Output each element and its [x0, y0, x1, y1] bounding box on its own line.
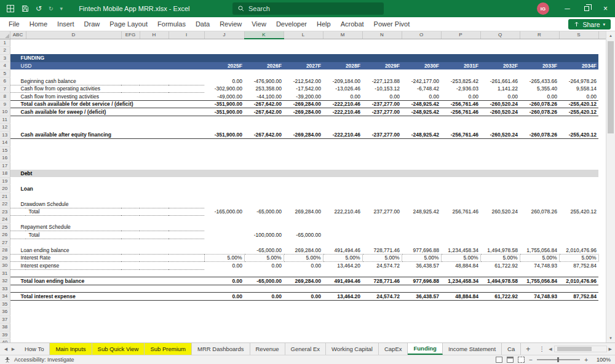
row-header[interactable]: 12: [0, 124, 10, 132]
cell[interactable]: USD: [10, 62, 204, 70]
cell[interactable]: 5.00%: [441, 254, 480, 262]
sheet-tab-sub-premium[interactable]: Sub Premium: [145, 343, 192, 355]
cell[interactable]: 256,761.46: [441, 208, 480, 216]
ribbon-tab-data[interactable]: Data: [191, 17, 215, 31]
cell[interactable]: Total interest expense: [10, 293, 204, 301]
cell[interactable]: -2,936.03: [441, 85, 480, 93]
cell[interactable]: [204, 231, 244, 239]
cell[interactable]: -267,642.00: [244, 108, 284, 116]
cell[interactable]: 0.00: [284, 262, 323, 270]
cell[interactable]: [598, 254, 606, 262]
row-header[interactable]: 4: [0, 62, 10, 70]
column-header-j[interactable]: J: [204, 31, 244, 39]
ribbon-tab-view[interactable]: View: [247, 17, 271, 31]
cell[interactable]: -65,000.00: [284, 231, 323, 239]
cell[interactable]: Loan: [10, 185, 204, 193]
cell[interactable]: -237,277.00: [362, 131, 402, 139]
row-header[interactable]: 1: [0, 39, 10, 47]
cell[interactable]: -267,642.00: [244, 131, 284, 139]
column-header-abc[interactable]: ABC: [10, 31, 26, 39]
cell[interactable]: 5.00%: [559, 254, 598, 262]
cell[interactable]: [598, 47, 606, 55]
cell[interactable]: 977,696.88: [402, 277, 441, 285]
row-header[interactable]: 27: [0, 239, 10, 247]
cell[interactable]: -49,000.00: [204, 93, 244, 101]
cell[interactable]: 13,464.20: [323, 262, 362, 270]
cell[interactable]: [10, 116, 598, 124]
row-header[interactable]: 18: [0, 170, 10, 178]
minimize-button[interactable]: ─: [558, 0, 577, 17]
sheet-tab-capex[interactable]: CapEx: [379, 343, 408, 355]
cell[interactable]: Repayment Schedule: [10, 223, 204, 231]
cell[interactable]: 0.00: [323, 93, 362, 101]
row-header[interactable]: 25: [0, 223, 10, 231]
row-header[interactable]: 5: [0, 69, 10, 77]
column-header-q[interactable]: Q: [480, 31, 520, 39]
row-header[interactable]: 19: [0, 177, 10, 185]
cell[interactable]: 1,141.22: [480, 85, 520, 93]
cell[interactable]: -248,925.42: [402, 108, 441, 116]
cell[interactable]: -261,661.46: [480, 77, 520, 85]
cell[interactable]: 0.00: [362, 93, 402, 101]
cell[interactable]: [10, 69, 598, 77]
cell[interactable]: -248,925.42: [402, 100, 441, 108]
cell[interactable]: 0.00: [204, 277, 244, 285]
undo-icon[interactable]: ↺: [36, 5, 42, 12]
cell[interactable]: [598, 247, 606, 255]
cell[interactable]: -256,761.46: [441, 108, 480, 116]
ribbon-tab-developer[interactable]: Developer: [271, 17, 312, 31]
cell[interactable]: [598, 116, 606, 124]
column-header-s[interactable]: S: [559, 31, 598, 39]
cell[interactable]: [598, 77, 606, 85]
cell[interactable]: Interest expense: [10, 262, 204, 270]
cell[interactable]: 36,438.57: [402, 262, 441, 270]
cell[interactable]: Interest Rate: [10, 254, 204, 262]
cell[interactable]: [10, 315, 598, 323]
cell[interactable]: Beginning cash balance: [10, 77, 204, 85]
cell[interactable]: 977,696.88: [402, 247, 441, 255]
row-header[interactable]: 26: [0, 231, 10, 239]
cell[interactable]: -222,210.46: [323, 131, 362, 139]
row-header[interactable]: 39: [0, 331, 10, 339]
row-header[interactable]: 21: [0, 192, 10, 200]
cell[interactable]: -13,026.46: [323, 85, 362, 93]
ribbon-tab-acrobat[interactable]: Acrobat: [336, 17, 369, 31]
cell[interactable]: -6,748.42: [402, 85, 441, 93]
row-header[interactable]: 2: [0, 47, 10, 55]
cell[interactable]: -222,210.46: [323, 100, 362, 108]
row-header[interactable]: 9: [0, 100, 10, 108]
cell[interactable]: [598, 315, 606, 323]
cell[interactable]: Total: [10, 208, 204, 216]
cell[interactable]: -256,761.46: [441, 100, 480, 108]
cell[interactable]: -165,000.00: [204, 208, 244, 216]
cell[interactable]: 253,358.00: [244, 85, 284, 93]
save-icon[interactable]: [22, 5, 29, 12]
cell[interactable]: 13,464.20: [323, 293, 362, 301]
cell[interactable]: [598, 93, 606, 101]
cell[interactable]: 728,771.46: [362, 247, 402, 255]
customize-toolbar-chevron-icon[interactable]: ▾: [60, 6, 63, 12]
close-button[interactable]: ×: [596, 0, 615, 17]
share-button[interactable]: Share ▾: [568, 19, 611, 30]
cell[interactable]: Total cash available for debt service / …: [10, 100, 204, 108]
cell[interactable]: [598, 124, 606, 132]
cell[interactable]: [10, 39, 598, 47]
row-header[interactable]: 35: [0, 300, 10, 308]
sheet-tab-ca[interactable]: Ca: [502, 343, 521, 355]
row-header[interactable]: 20: [0, 185, 10, 193]
cell[interactable]: 61,722.92: [480, 293, 520, 301]
cell[interactable]: [598, 170, 606, 178]
cell[interactable]: 260,520.24: [480, 208, 520, 216]
cell[interactable]: [598, 239, 606, 247]
cell[interactable]: -351,900.00: [204, 108, 244, 116]
search-input[interactable]: Search: [232, 2, 384, 15]
cell[interactable]: -209,184.00: [323, 77, 362, 85]
row-header[interactable]: 23: [0, 208, 10, 216]
ribbon-tab-help[interactable]: Help: [312, 17, 336, 31]
row-header[interactable]: 28: [0, 247, 10, 255]
cell[interactable]: 0.00: [480, 93, 520, 101]
select-all-button[interactable]: [0, 31, 10, 39]
cell[interactable]: -260,520.24: [480, 100, 520, 108]
cell[interactable]: [598, 231, 606, 239]
zoom-slider[interactable]: [537, 359, 580, 360]
